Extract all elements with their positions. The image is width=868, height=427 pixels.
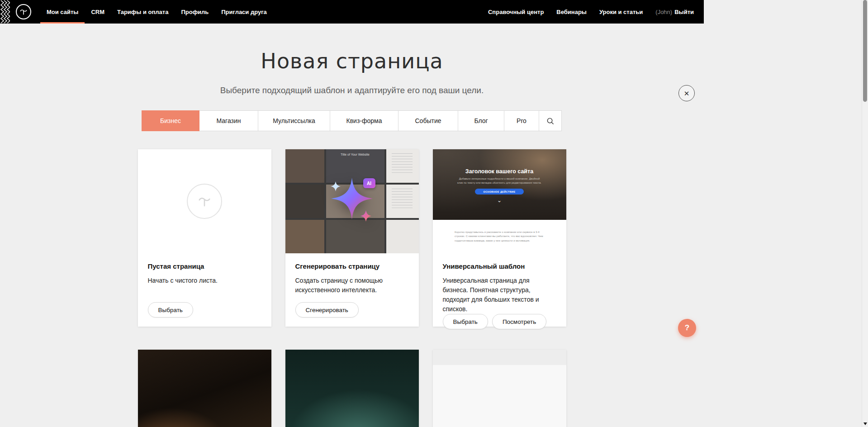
template-preview-image[interactable] xyxy=(433,350,566,427)
tilda-logo-icon xyxy=(19,7,28,16)
template-card-ai-generate: Title of Your Website xyxy=(285,149,419,327)
tab-quiz-form[interactable]: Квиз-форма xyxy=(330,110,398,131)
secondary-nav: Справочный центр Вебинары Уроки и статьи… xyxy=(482,0,694,24)
nav-profile[interactable]: Профиль xyxy=(175,0,215,24)
help-button[interactable]: ? xyxy=(678,319,696,337)
card-title: Универсальный шаблон xyxy=(443,262,556,270)
template-preview-image[interactable] xyxy=(138,350,271,427)
app-window: Мои сайты CRM Тарифы и оплата Профиль Пр… xyxy=(0,0,704,427)
template-card-row2-2 xyxy=(285,350,419,427)
ai-badge: AI xyxy=(363,178,375,188)
logout-label: Выйти xyxy=(674,9,694,15)
close-icon: ✕ xyxy=(684,90,690,97)
nav-webinars[interactable]: Вебинары xyxy=(550,0,593,24)
tab-blog[interactable]: Блог xyxy=(458,110,504,131)
search-tab[interactable] xyxy=(539,110,562,131)
main-nav: Мои сайты CRM Тарифы и оплата Профиль Пр… xyxy=(40,0,273,24)
preview-universal-button[interactable]: Посмотреть xyxy=(492,314,546,329)
user-name: (John) xyxy=(655,9,672,15)
vertical-scrollbar[interactable] xyxy=(862,0,868,427)
choose-universal-button[interactable]: Выбрать xyxy=(443,314,488,329)
template-body-text: Коротко представьтесь и расскажите о ком… xyxy=(455,230,544,243)
search-icon xyxy=(546,117,554,125)
tilda-logo[interactable] xyxy=(16,4,31,19)
blank-template-preview[interactable] xyxy=(138,149,271,253)
template-body-section: Коротко представьтесь и расскажите о ком… xyxy=(433,220,566,253)
ai-sparkle-icon xyxy=(285,149,419,253)
new-page-dialog: ✕ Новая страница Выберите подходящий шаб… xyxy=(0,49,704,427)
template-hero-subtext: Добавьте интересные подробности о вашей … xyxy=(457,177,542,185)
card-title: Сгенерировать страницу xyxy=(295,262,409,270)
choose-blank-button[interactable]: Выбрать xyxy=(148,302,193,318)
template-preview-image[interactable] xyxy=(285,350,419,427)
template-card-universal: Заголовок вашего сайта Добавьте интересн… xyxy=(433,149,566,327)
template-grid-row-2 xyxy=(138,350,566,427)
template-hero-section: Заголовок вашего сайта Добавьте интересн… xyxy=(433,149,566,220)
page-subtitle: Выберите подходящий шаблон и адаптируйте… xyxy=(0,85,704,95)
template-hero-cta: ОСНОВНОЕ ДЕЙСТВИЕ xyxy=(475,189,524,195)
template-card-row2-3 xyxy=(433,350,566,427)
nav-tariffs[interactable]: Тарифы и оплата xyxy=(111,0,175,24)
page-title: Новая страница xyxy=(0,49,704,73)
top-navigation-bar: Мои сайты CRM Тарифы и оплата Профиль Пр… xyxy=(0,0,704,24)
ai-template-preview[interactable]: Title of Your Website xyxy=(285,149,419,253)
tab-store[interactable]: Магазин xyxy=(199,110,258,131)
tab-pro[interactable]: Pro xyxy=(504,110,539,131)
template-card-row2-1 xyxy=(138,350,271,427)
zigzag-pattern-icon xyxy=(0,0,10,24)
template-card-blank: Пустая страница Начать с чистого листа. … xyxy=(138,149,271,327)
template-grid: Пустая страница Начать с чистого листа. … xyxy=(138,149,566,327)
card-description: Универсальная страница для бизнеса. Поня… xyxy=(443,276,556,314)
generate-ai-button[interactable]: Сгенерировать xyxy=(295,302,359,318)
template-hero-heading: Заголовок вашего сайта xyxy=(433,168,566,175)
logout-link[interactable]: (John) Выйти xyxy=(649,9,694,15)
card-description: Начать с чистого листа. xyxy=(148,276,261,285)
scrollbar-down-arrow[interactable] xyxy=(863,422,867,425)
template-category-tabs: Бизнес Магазин Мультиссылка Квиз-форма С… xyxy=(0,110,704,131)
close-button[interactable]: ✕ xyxy=(678,85,695,101)
tab-business[interactable]: Бизнес xyxy=(142,110,199,131)
tilda-watermark-icon xyxy=(187,184,222,219)
card-description: Создать страницу с помощью искусственног… xyxy=(295,276,409,295)
tab-event[interactable]: Событие xyxy=(398,110,458,131)
nav-lessons-articles[interactable]: Уроки и статьи xyxy=(593,0,649,24)
tab-multilink[interactable]: Мультиссылка xyxy=(258,110,330,131)
card-title: Пустая страница xyxy=(148,262,261,270)
nav-crm[interactable]: CRM xyxy=(85,0,111,24)
nav-my-sites[interactable]: Мои сайты xyxy=(40,0,85,24)
scrollbar-thumb[interactable] xyxy=(863,0,867,102)
nav-invite-friend[interactable]: Пригласи друга xyxy=(215,0,273,24)
chevron-down-icon: ⌄ xyxy=(433,199,566,202)
nav-help-center[interactable]: Справочный центр xyxy=(482,0,550,24)
universal-template-preview[interactable]: Заголовок вашего сайта Добавьте интересн… xyxy=(433,149,566,253)
